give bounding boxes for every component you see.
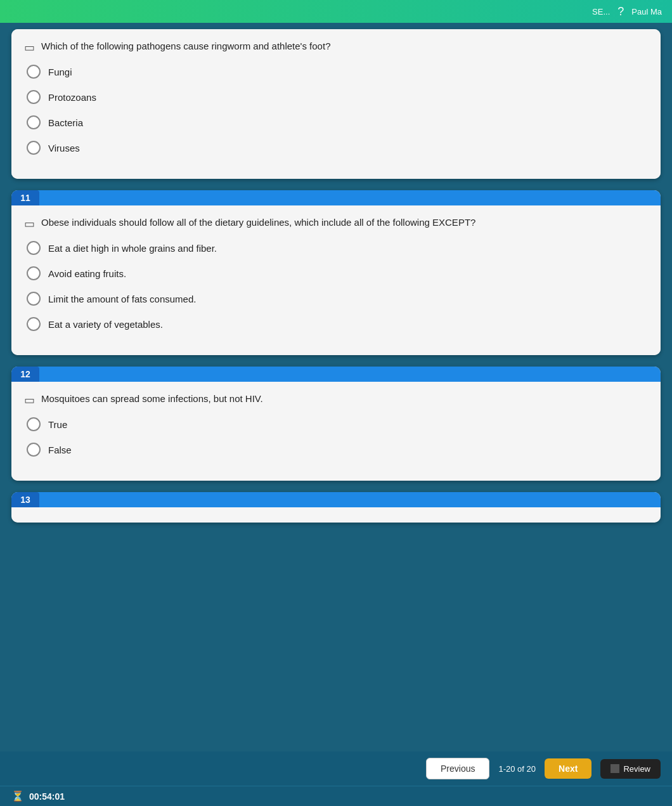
question-block-12: 12 ▭ Mosquitoes can spread some infectio… xyxy=(11,367,661,481)
question-text-row-12: ▭ Mosquitoes can spread some infections,… xyxy=(24,392,648,407)
footer-inner: Previous 1-20 of 20 Next Review xyxy=(0,751,672,786)
option-radio-12-1[interactable] xyxy=(27,443,41,457)
timer-text: 00:54:01 xyxy=(29,791,65,802)
question-block-10: ▭ Which of the following pathogens cause… xyxy=(11,29,661,179)
timer-icon: ⏳ xyxy=(11,790,24,802)
option-label-11-1: Avoid eating fruits. xyxy=(48,268,126,279)
option-row-10-1[interactable]: Protozoans xyxy=(24,90,648,104)
question-text-10: Which of the following pathogens cause r… xyxy=(41,39,330,54)
bookmark-icon-11[interactable]: ▭ xyxy=(24,217,35,231)
option-row-11-2[interactable]: Limit the amount of fats consumed. xyxy=(24,292,648,306)
option-radio-10-1[interactable] xyxy=(27,90,41,104)
question-header-11: 11 xyxy=(11,190,661,205)
option-label-12-1: False xyxy=(48,445,72,455)
question-body-12: ▭ Mosquitoes can spread some infections,… xyxy=(11,382,661,481)
question-block-11: 11 ▭ Obese individuals should follow all… xyxy=(11,190,661,355)
previous-button[interactable]: Previous xyxy=(426,758,489,779)
bookmark-icon-12[interactable]: ▭ xyxy=(24,393,35,407)
option-label-10-3: Viruses xyxy=(48,143,80,153)
option-label-11-3: Eat a variety of vegetables. xyxy=(48,319,163,330)
question-body-13 xyxy=(11,507,661,523)
question-block-13: 13 xyxy=(11,492,661,523)
review-label: Review xyxy=(623,764,650,774)
option-row-10-3[interactable]: Viruses xyxy=(24,141,648,155)
option-row-12-0[interactable]: True xyxy=(24,417,648,431)
question-text-row-10: ▭ Which of the following pathogens cause… xyxy=(24,39,648,55)
question-text-12: Mosquitoes can spread some infections, b… xyxy=(41,392,263,406)
option-radio-10-0[interactable] xyxy=(27,65,41,79)
option-radio-12-0[interactable] xyxy=(27,417,41,431)
top-bar-text: SE... xyxy=(592,7,610,16)
timer-row: ⏳ 00:54:01 xyxy=(0,786,672,806)
option-radio-10-3[interactable] xyxy=(27,141,41,155)
review-icon xyxy=(611,764,619,773)
option-label-11-2: Limit the amount of fats consumed. xyxy=(48,294,196,304)
option-radio-11-3[interactable] xyxy=(27,317,41,331)
question-body-11: ▭ Obese individuals should follow all of… xyxy=(11,205,661,355)
help-icon: ? xyxy=(617,5,624,18)
question-body-10: ▭ Which of the following pathogens cause… xyxy=(11,29,661,179)
option-radio-11-1[interactable] xyxy=(27,266,41,280)
next-button[interactable]: Next xyxy=(545,758,591,779)
user-label: Paul Ma xyxy=(631,7,662,16)
option-row-11-1[interactable]: Avoid eating fruits. xyxy=(24,266,648,280)
question-number-badge-12: 12 xyxy=(11,367,39,382)
bottom-footer: Previous 1-20 of 20 Next Review ⏳ 00:54:… xyxy=(0,751,672,806)
option-radio-10-2[interactable] xyxy=(27,115,41,129)
option-row-12-1[interactable]: False xyxy=(24,443,648,457)
question-number-badge-13: 13 xyxy=(11,492,39,507)
page-info: 1-20 of 20 xyxy=(498,764,536,774)
question-header-12: 12 xyxy=(11,367,661,382)
question-text-row-11: ▭ Obese individuals should follow all of… xyxy=(24,216,648,231)
option-label-10-0: Fungi xyxy=(48,67,72,77)
option-row-11-0[interactable]: Eat a diet high in whole grains and fibe… xyxy=(24,241,648,255)
option-label-10-1: Protozoans xyxy=(48,92,96,103)
option-label-10-2: Bacteria xyxy=(48,117,83,128)
main-content: ▭ Which of the following pathogens cause… xyxy=(0,23,672,618)
top-bar: SE... ? Paul Ma xyxy=(0,0,672,23)
option-row-11-3[interactable]: Eat a variety of vegetables. xyxy=(24,317,648,331)
option-label-12-0: True xyxy=(48,419,67,430)
review-button[interactable]: Review xyxy=(600,759,661,779)
bookmark-icon-10[interactable]: ▭ xyxy=(24,41,35,55)
question-header-13: 13 xyxy=(11,492,661,507)
question-text-11: Obese individuals should follow all of t… xyxy=(41,216,475,230)
option-label-11-0: Eat a diet high in whole grains and fibe… xyxy=(48,243,217,254)
option-radio-11-0[interactable] xyxy=(27,241,41,255)
option-row-10-2[interactable]: Bacteria xyxy=(24,115,648,129)
option-row-10-0[interactable]: Fungi xyxy=(24,65,648,79)
option-radio-11-2[interactable] xyxy=(27,292,41,306)
question-number-badge-11: 11 xyxy=(11,190,39,205)
